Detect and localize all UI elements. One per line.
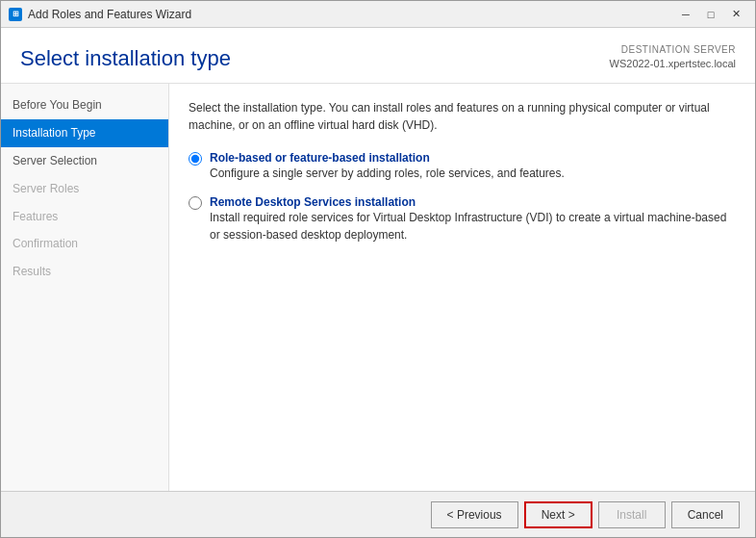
footer: < Previous Next > Install Cancel	[1, 491, 755, 537]
intro-text: Select the installation type. You can in…	[189, 99, 736, 134]
installation-options: Role-based or feature-based installation…	[189, 151, 736, 243]
page-title: Select installation type	[20, 46, 231, 71]
option-role-based: Role-based or feature-based installation…	[189, 151, 736, 182]
maximize-button[interactable]: □	[699, 5, 722, 24]
wizard-window: ⊞ Add Roles and Features Wizard ─ □ ✕ Se…	[0, 0, 756, 538]
title-bar: ⊞ Add Roles and Features Wizard ─ □ ✕	[1, 1, 755, 28]
window-title: Add Roles and Features Wizard	[28, 8, 191, 21]
previous-button[interactable]: < Previous	[431, 501, 518, 528]
sidebar-item-server-roles: Server Roles	[1, 175, 168, 203]
sidebar-item-features: Features	[1, 203, 168, 231]
remote-desktop-radio[interactable]	[189, 196, 202, 210]
remote-desktop-desc: Install required role services for Virtu…	[210, 209, 736, 243]
sidebar-item-installation-type[interactable]: Installation Type	[1, 119, 168, 147]
role-based-desc: Configure a single server by adding role…	[210, 165, 565, 182]
sidebar-item-confirmation: Confirmation	[1, 230, 168, 258]
content-area: Select installation type DESTINATION SER…	[1, 28, 755, 537]
title-bar-left: ⊞ Add Roles and Features Wizard	[9, 8, 191, 21]
sidebar: Before You Begin Installation Type Serve…	[1, 84, 169, 491]
page-header: Select installation type DESTINATION SER…	[1, 28, 755, 84]
sidebar-item-before-you-begin[interactable]: Before You Begin	[1, 91, 168, 119]
close-button[interactable]: ✕	[724, 5, 747, 24]
destination-server-info: DESTINATION SERVER WS2022-01.xpertstec.l…	[610, 43, 736, 71]
option-remote-desktop: Remote Desktop Services installation Ins…	[189, 195, 736, 243]
destination-label: DESTINATION SERVER	[610, 43, 736, 57]
title-bar-controls: ─ □ ✕	[674, 5, 747, 24]
main-content: Select the installation type. You can in…	[169, 84, 755, 491]
sidebar-item-results: Results	[1, 258, 168, 286]
role-based-radio[interactable]	[189, 152, 202, 166]
destination-server-name: WS2022-01.xpertstec.local	[610, 57, 736, 71]
role-based-text: Role-based or feature-based installation…	[210, 151, 565, 182]
install-button: Install	[598, 501, 666, 528]
main-body: Before You Begin Installation Type Serve…	[1, 84, 755, 491]
role-based-title[interactable]: Role-based or feature-based installation	[210, 151, 430, 165]
remote-desktop-text: Remote Desktop Services installation Ins…	[210, 195, 736, 243]
sidebar-item-server-selection[interactable]: Server Selection	[1, 147, 168, 175]
cancel-button[interactable]: Cancel	[671, 501, 740, 528]
minimize-button[interactable]: ─	[674, 5, 697, 24]
app-icon: ⊞	[9, 8, 22, 21]
remote-desktop-title[interactable]: Remote Desktop Services installation	[210, 195, 416, 209]
next-button[interactable]: Next >	[524, 501, 592, 528]
